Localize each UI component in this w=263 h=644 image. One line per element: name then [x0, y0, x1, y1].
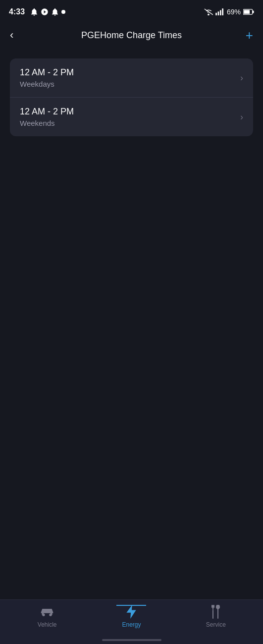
svg-point-9 [50, 614, 52, 616]
main-content: 12 AM - 2 PM Weekdays › 12 AM - 2 PM Wee… [0, 49, 263, 146]
vehicle-icon [40, 605, 54, 619]
nav-item-service[interactable]: Service [174, 605, 258, 628]
energy-active-indicator [116, 605, 146, 606]
nav-item-vehicle[interactable]: Vehicle [5, 605, 89, 628]
svg-rect-14 [213, 605, 214, 608]
schedule-item-weekdays[interactable]: 12 AM - 2 PM Weekdays › [10, 58, 253, 98]
vehicle-nav-label: Vehicle [38, 621, 57, 628]
weekends-label: Weekends [20, 119, 74, 127]
page-header: ‹ PGEHome Charge Times + [0, 22, 263, 49]
nav-item-energy[interactable]: Energy [89, 605, 173, 628]
svg-rect-6 [253, 10, 254, 13]
svg-rect-7 [244, 10, 250, 14]
chevron-right-icon-weekdays: › [240, 73, 243, 83]
svg-rect-2 [218, 11, 219, 15]
add-button[interactable]: + [237, 28, 253, 43]
back-button[interactable]: ‹ [10, 29, 26, 42]
status-bar: 4:33 69% [0, 0, 263, 22]
status-icons-right: 69% [204, 8, 254, 16]
schedule-info-weekdays: 12 AM - 2 PM Weekdays [20, 67, 74, 88]
notification-icon-2 [41, 8, 49, 16]
svg-rect-3 [220, 10, 221, 16]
svg-rect-13 [211, 605, 212, 608]
energy-icon [124, 605, 138, 619]
schedule-info-weekends: 12 AM - 2 PM Weekends [20, 107, 74, 127]
weekdays-label: Weekdays [20, 80, 74, 88]
service-icon [209, 605, 223, 619]
svg-rect-11 [212, 605, 213, 610]
home-indicator [102, 639, 161, 641]
energy-nav-label: Energy [122, 621, 141, 628]
signal-icon [215, 8, 224, 15]
wifi-icon [204, 8, 213, 15]
svg-rect-12 [212, 610, 213, 619]
dot-icon [61, 10, 65, 14]
notification-icon-1 [30, 7, 39, 16]
chevron-right-icon-weekends: › [240, 112, 243, 122]
notification-icon-3 [51, 7, 59, 16]
status-time: 4:33 [9, 7, 25, 16]
svg-point-0 [61, 10, 65, 14]
svg-point-8 [43, 614, 45, 616]
page-title: PGEHome Charge Times [26, 30, 237, 41]
svg-rect-17 [216, 607, 220, 608]
schedule-card: 12 AM - 2 PM Weekdays › 12 AM - 2 PM Wee… [10, 58, 253, 136]
svg-rect-4 [222, 8, 223, 15]
battery-icon [243, 9, 254, 15]
svg-marker-10 [127, 605, 136, 619]
svg-rect-1 [215, 13, 217, 15]
battery-percentage: 69% [227, 8, 241, 16]
service-nav-label: Service [206, 621, 226, 628]
schedule-item-weekends[interactable]: 12 AM - 2 PM Weekends › [10, 98, 253, 136]
weekends-time: 12 AM - 2 PM [20, 107, 74, 117]
bottom-navigation: Vehicle Energy Service [0, 599, 263, 644]
weekdays-time: 12 AM - 2 PM [20, 67, 74, 78]
